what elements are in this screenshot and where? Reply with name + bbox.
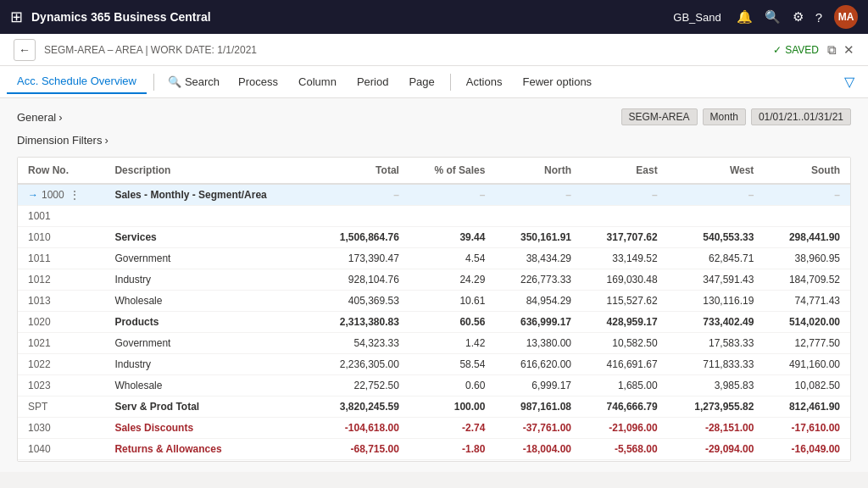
cell-description: Services <box>104 227 313 248</box>
cell-east: 10,582.50 <box>581 333 668 354</box>
month-tag[interactable]: Month <box>703 108 746 125</box>
row-menu-icon[interactable]: ⋮ <box>70 189 80 201</box>
cell-row-no: 1001 <box>18 206 104 227</box>
back-button[interactable]: ← <box>14 39 36 61</box>
table-row[interactable]: 1099Total3,646,912.5995.46931,396.08720,… <box>18 460 850 463</box>
general-link[interactable]: General › <box>17 111 63 124</box>
period-button[interactable]: Period <box>348 71 398 92</box>
cell-north: 84,954.29 <box>495 291 581 312</box>
table-row[interactable]: 1040Returns & Allowances-68,715.00-1.80-… <box>18 439 850 460</box>
cell-pct: 0.60 <box>409 375 496 396</box>
cell-description: Wholesale <box>104 291 313 312</box>
cell-east <box>581 206 668 227</box>
cell-total: 3,820,245.59 <box>313 396 409 418</box>
grid-icon[interactable]: ⊞ <box>10 8 23 26</box>
search-button[interactable]: 🔍 Search <box>161 72 226 92</box>
cell-total: 173,390.47 <box>313 248 409 269</box>
fewer-options-button[interactable]: Fewer options <box>514 71 600 92</box>
row-arrow-icon: → <box>28 189 38 201</box>
table-row[interactable]: 1021Government54,323.331.4213,380.0010,5… <box>18 333 850 354</box>
user-avatar[interactable]: MA <box>834 5 858 29</box>
cell-west: – <box>668 184 765 206</box>
cell-south: 10,082.50 <box>764 375 850 396</box>
cell-north: 6,999.17 <box>495 375 581 396</box>
cell-west: 130,116.19 <box>668 291 765 312</box>
content-area: General › SEGM-AREA Month 01/01/21..01/3… <box>0 98 868 472</box>
actions-button[interactable]: Actions <box>458 71 511 92</box>
cell-north <box>495 206 581 227</box>
col-north: North <box>495 158 581 184</box>
cell-pct: -2.74 <box>409 418 496 439</box>
table-row[interactable]: 1010Services1,506,864.7639.44350,161.913… <box>18 227 850 248</box>
cell-description: Government <box>104 248 313 269</box>
cell-total: – <box>313 184 409 206</box>
search-icon[interactable]: 🔍 <box>765 9 781 25</box>
help-icon[interactable]: ? <box>815 10 822 25</box>
table-row[interactable]: →1000⋮Sales - Monthly - Segment/Area––––… <box>18 184 850 206</box>
cell-total: 2,313,380.83 <box>313 312 409 333</box>
cell-south: -17,610.00 <box>764 418 850 439</box>
data-table-container: Row No. Description Total % of Sales Nor… <box>17 157 851 462</box>
cell-row-no: 1012 <box>18 269 104 291</box>
open-new-window-button[interactable]: ⧉ <box>827 42 837 58</box>
table-row[interactable]: 1023Wholesale22,752.500.606,999.171,685.… <box>18 375 850 396</box>
dimension-filters-section: Dimension Filters › <box>17 134 851 147</box>
chevron-right-icon: › <box>58 111 62 124</box>
cell-description: Serv & Prod Total <box>104 396 313 418</box>
gear-icon[interactable]: ⚙ <box>793 9 804 25</box>
cell-south: 74,771.43 <box>764 291 850 312</box>
cell-description: Total <box>104 460 313 463</box>
cell-total: 3,646,912.59 <box>313 460 409 463</box>
col-row-no: Row No. <box>18 158 104 184</box>
breadcrumb-actions: ⧉ ✕ <box>827 42 854 58</box>
cell-west: 733,402.49 <box>668 312 765 333</box>
cell-total <box>313 206 409 227</box>
cell-south: 12,777.50 <box>764 333 850 354</box>
data-table: Row No. Description Total % of Sales Nor… <box>18 158 850 462</box>
pin-button[interactable]: ✕ <box>843 42 854 58</box>
table-row[interactable]: 1030Sales Discounts-104,618.00-2.74-37,7… <box>18 418 850 439</box>
cell-row-no: →1000⋮ <box>18 184 104 206</box>
filter-icon[interactable]: ▽ <box>844 74 854 90</box>
date-range-tag[interactable]: 01/01/21..01/31/21 <box>751 108 851 125</box>
table-row[interactable]: 1012Industry928,104.7624.29226,773.33169… <box>18 269 850 291</box>
cell-pct: 58.54 <box>409 354 496 375</box>
cell-south: -16,049.00 <box>764 439 850 460</box>
process-button[interactable]: Process <box>230 71 287 92</box>
table-header-row: Row No. Description Total % of Sales Nor… <box>18 158 850 184</box>
tab-acc-schedule-overview[interactable]: Acc. Schedule Overview <box>7 69 147 94</box>
table-row[interactable]: 1001 <box>18 206 850 227</box>
table-row[interactable]: 1013Wholesale405,369.5310.6184,954.29115… <box>18 291 850 312</box>
breadcrumb: SEGM-AREA – AREA | WORK DATE: 1/1/2021 <box>44 44 765 56</box>
column-button[interactable]: Column <box>290 71 345 92</box>
search-icon: 🔍 <box>168 75 181 88</box>
cell-south: 514,020.00 <box>764 312 850 333</box>
cell-north: 616,620.00 <box>495 354 581 375</box>
segm-area-tag[interactable]: SEGM-AREA <box>621 108 698 125</box>
topbar-icons: GB_Sand 🔔 🔍 ⚙ ? MA <box>673 5 858 29</box>
bell-icon[interactable]: 🔔 <box>737 9 753 25</box>
cell-south: 38,960.95 <box>764 248 850 269</box>
cell-total: 928,104.76 <box>313 269 409 291</box>
table-row[interactable]: 1020Products2,313,380.8360.56636,999.174… <box>18 312 850 333</box>
cell-north: 931,396.08 <box>495 460 581 463</box>
col-south: South <box>764 158 850 184</box>
table-row[interactable]: 1022Industry2,236,305.0058.54616,620.004… <box>18 354 850 375</box>
cell-west <box>668 206 765 227</box>
page-button[interactable]: Page <box>400 71 442 92</box>
cell-description: Sales Discounts <box>104 418 313 439</box>
breadcrumb-bar: ← SEGM-AREA – AREA | WORK DATE: 1/1/2021… <box>0 34 868 66</box>
table-row[interactable]: 1011Government173,390.474.5438,434.2933,… <box>18 248 850 269</box>
table-row[interactable]: SPTServ & Prod Total3,820,245.59100.0098… <box>18 396 850 418</box>
cell-north: 987,161.08 <box>495 396 581 418</box>
cell-south: 778,802.90 <box>764 460 850 463</box>
username: GB_Sand <box>673 11 721 24</box>
cell-west: -28,151.00 <box>668 418 765 439</box>
cell-south: – <box>764 184 850 206</box>
dimension-filters-link[interactable]: Dimension Filters › <box>17 134 851 147</box>
cell-west: 540,553.33 <box>668 227 765 248</box>
saved-indicator: ✓ SAVED <box>773 44 819 56</box>
cell-row-no: 1010 <box>18 227 104 248</box>
checkmark-icon: ✓ <box>773 44 782 56</box>
cell-description: Sales - Monthly - Segment/Area <box>104 184 313 206</box>
